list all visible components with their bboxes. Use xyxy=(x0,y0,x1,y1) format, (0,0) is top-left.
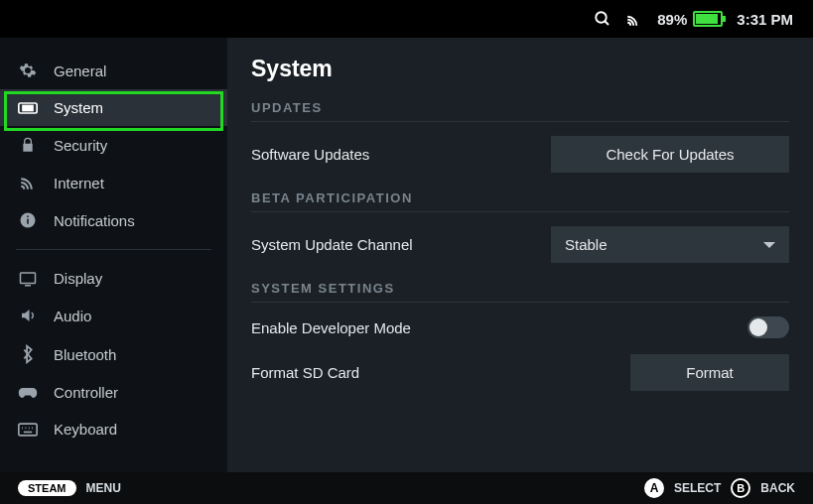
row-developer-mode: Enable Developer Mode xyxy=(251,316,789,338)
sidebar-item-audio[interactable]: Audio xyxy=(0,297,227,334)
cast-icon[interactable] xyxy=(625,10,643,28)
select-label: SELECT xyxy=(674,481,721,495)
sidebar-item-security[interactable]: Security xyxy=(0,126,227,164)
gear-icon xyxy=(18,62,38,79)
sidebar-item-keyboard[interactable]: Keyboard xyxy=(0,411,227,447)
lock-icon xyxy=(18,136,38,154)
row-update-channel: System Update Channel Stable xyxy=(251,226,789,263)
status-bar: 89% 3:31 PM xyxy=(0,0,813,38)
menu-label: MENU xyxy=(86,481,121,495)
steam-button[interactable]: STEAM xyxy=(18,480,76,496)
back-label: BACK xyxy=(760,481,795,495)
settings-sidebar: General System Security Internet Notific… xyxy=(0,38,227,472)
svg-rect-9 xyxy=(19,424,37,436)
developer-mode-toggle[interactable] xyxy=(747,316,789,338)
svg-rect-7 xyxy=(21,273,36,284)
sidebar-item-internet[interactable]: Internet xyxy=(0,164,227,201)
sidebar-item-label: Controller xyxy=(54,384,118,401)
format-sd-button[interactable]: Format xyxy=(630,354,789,391)
sidebar-item-label: Audio xyxy=(54,308,91,324)
sidebar-item-bluetooth[interactable]: Bluetooth xyxy=(0,334,227,374)
svg-point-0 xyxy=(597,12,608,23)
wifi-icon xyxy=(18,174,38,191)
sidebar-item-label: System xyxy=(54,99,103,116)
update-channel-select[interactable]: Stable xyxy=(551,226,789,263)
update-channel-label: System Update Channel xyxy=(251,236,413,253)
display-icon xyxy=(18,271,38,287)
sidebar-item-label: Display xyxy=(54,270,102,287)
svg-line-1 xyxy=(606,21,610,25)
developer-mode-label: Enable Developer Mode xyxy=(251,319,411,336)
sidebar-item-notifications[interactable]: Notifications xyxy=(0,201,227,239)
clock: 3:31 PM xyxy=(737,11,793,28)
speaker-icon xyxy=(18,307,38,324)
sidebar-item-label: Bluetooth xyxy=(54,346,116,363)
info-icon xyxy=(18,211,38,229)
section-beta-header: BETA PARTICIPATION xyxy=(251,190,789,212)
section-updates-header: UPDATES xyxy=(251,100,789,122)
sidebar-item-label: Internet xyxy=(54,175,104,191)
chevron-down-icon xyxy=(763,242,775,248)
section-system-settings-header: SYSTEM SETTINGS xyxy=(251,281,789,303)
content-pane: System UPDATES Software Updates Check Fo… xyxy=(227,38,813,472)
software-updates-label: Software Updates xyxy=(251,146,369,163)
deck-icon xyxy=(18,101,38,115)
check-updates-button[interactable]: Check For Updates xyxy=(551,136,789,173)
sidebar-item-label: Security xyxy=(54,137,107,154)
battery-icon xyxy=(693,11,723,27)
format-sd-label: Format SD Card xyxy=(251,364,359,381)
sidebar-item-label: Keyboard xyxy=(54,421,117,438)
page-title: System xyxy=(251,56,789,82)
sidebar-divider xyxy=(16,249,211,250)
sidebar-item-label: Notifications xyxy=(54,212,135,229)
row-software-updates: Software Updates Check For Updates xyxy=(251,136,789,173)
update-channel-value: Stable xyxy=(565,236,608,253)
row-format-sd: Format SD Card Format xyxy=(251,354,789,391)
controller-icon xyxy=(18,386,38,400)
sidebar-item-display[interactable]: Display xyxy=(0,260,227,297)
svg-rect-6 xyxy=(27,216,29,218)
search-icon[interactable] xyxy=(594,10,611,28)
battery-status: 89% xyxy=(657,11,723,28)
sidebar-item-label: General xyxy=(54,63,106,79)
bluetooth-icon xyxy=(18,344,38,364)
sidebar-item-general[interactable]: General xyxy=(0,52,227,89)
sidebar-item-system[interactable]: System xyxy=(0,89,227,126)
b-button-icon: B xyxy=(731,478,750,498)
sidebar-item-controller[interactable]: Controller xyxy=(0,374,227,411)
keyboard-icon xyxy=(18,423,38,437)
svg-rect-5 xyxy=(27,219,29,224)
a-button-icon: A xyxy=(644,478,664,498)
svg-rect-3 xyxy=(23,105,33,110)
footer-bar: STEAM MENU A SELECT B BACK xyxy=(0,472,813,504)
battery-percent: 89% xyxy=(657,11,687,28)
